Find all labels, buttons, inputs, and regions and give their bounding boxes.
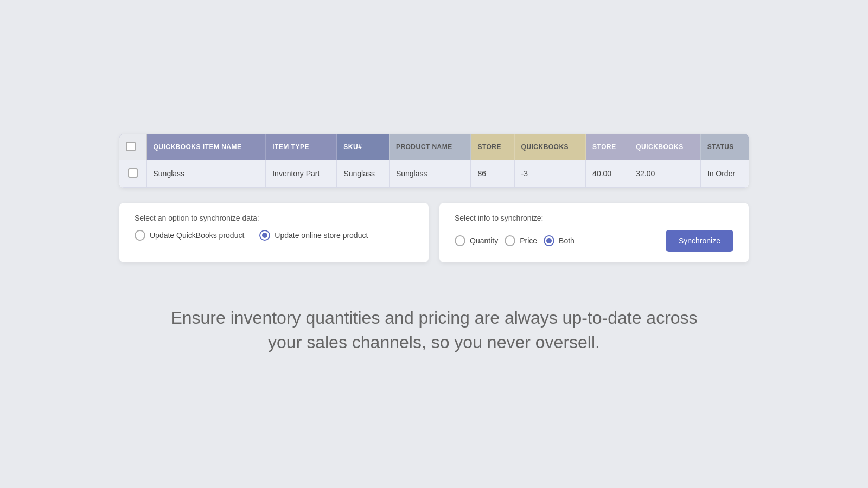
inventory-table: QUICKBOOKS ITEM NAME ITEM TYPE SKU# PROD… [119, 134, 749, 188]
radio-both[interactable]: Both [544, 235, 575, 246]
col-header-store2: STORE [586, 134, 629, 160]
radio-price-circle [505, 235, 515, 246]
row-checkbox[interactable] [128, 168, 138, 178]
tagline-line2: your sales channels, so you never overse… [170, 330, 697, 355]
sync-options-left-panel: Select an option to synchronize data: Up… [119, 203, 429, 262]
row-checkbox-cell [119, 160, 146, 188]
sync-options-right-panel: Select info to synchronize: Quantity Pri… [439, 203, 749, 262]
col-header-item-type: ITEM TYPE [266, 134, 337, 160]
radio-update-qb[interactable]: Update QuickBooks product [135, 230, 244, 241]
table-wrapper: QUICKBOOKS ITEM NAME ITEM TYPE SKU# PROD… [119, 134, 749, 188]
col-header-product-name: PRODUCT NAME [389, 134, 471, 160]
row-cell: Sunglass [389, 160, 471, 188]
row-cell: In Order [700, 160, 749, 188]
radio-update-qb-label: Update QuickBooks product [150, 231, 244, 240]
radio-quantity-circle [455, 235, 465, 246]
row-cell: 32.00 [629, 160, 701, 188]
table-row: SunglassInventory PartSunglassSunglass86… [119, 160, 749, 188]
sync-options-left-label: Select an option to synchronize data: [135, 214, 413, 222]
tagline: Ensure inventory quantities and pricing … [170, 306, 697, 355]
sync-info-label: Select info to synchronize: [455, 214, 733, 222]
main-container: QUICKBOOKS ITEM NAME ITEM TYPE SKU# PROD… [0, 134, 868, 355]
options-container: Select an option to synchronize data: Up… [119, 203, 749, 262]
radio-both-label: Both [559, 236, 575, 245]
col-header-store1: STORE [471, 134, 514, 160]
radio-update-online[interactable]: Update online store product [259, 230, 368, 241]
sync-direction-radio-group: Update QuickBooks product Update online … [135, 230, 413, 241]
right-panel-content: Select info to synchronize: Quantity Pri… [455, 214, 733, 252]
row-cell: Sunglass [146, 160, 266, 188]
row-cell: Inventory Part [266, 160, 337, 188]
row-cell: Sunglass [337, 160, 390, 188]
radio-price[interactable]: Price [505, 235, 537, 246]
col-header-qb-name: QUICKBOOKS ITEM NAME [146, 134, 266, 160]
tagline-line1: Ensure inventory quantities and pricing … [170, 306, 697, 330]
radio-update-qb-circle [135, 230, 145, 241]
radio-update-online-circle [259, 230, 270, 241]
col-header-status: STATUS [700, 134, 749, 160]
radio-update-online-label: Update online store product [275, 231, 368, 240]
synchronize-button[interactable]: Synchronize [666, 230, 733, 252]
row-cell: 86 [471, 160, 514, 188]
col-header-checkbox [119, 134, 146, 160]
row-cell: 40.00 [586, 160, 629, 188]
col-header-sku: SKU# [337, 134, 390, 160]
header-checkbox[interactable] [126, 142, 136, 151]
row-cell: -3 [514, 160, 586, 188]
col-header-quickbooks1: QUICKBOOKS [514, 134, 586, 160]
radio-price-label: Price [520, 236, 537, 245]
radio-quantity-label: Quantity [470, 236, 498, 245]
radio-both-circle [544, 235, 554, 246]
radio-quantity[interactable]: Quantity [455, 235, 498, 246]
sync-info-radio-row: Quantity Price Both Synchronize [455, 230, 733, 252]
col-header-quickbooks2: QUICKBOOKS [629, 134, 701, 160]
